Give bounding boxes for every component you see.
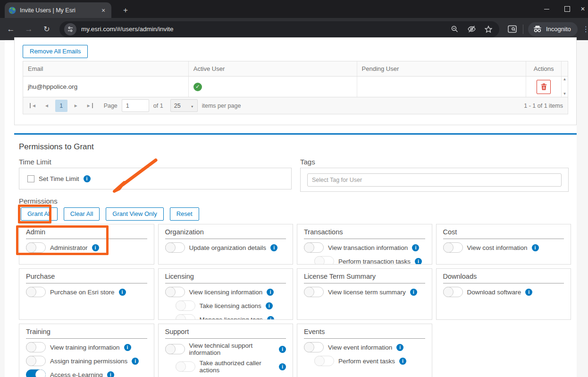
back-icon[interactable] bbox=[4, 22, 18, 36]
address-bar[interactable]: my.esri.com/#/users/admin/invite bbox=[59, 21, 499, 37]
toggle-view-cost-information[interactable] bbox=[443, 242, 463, 253]
pager-last-icon[interactable] bbox=[84, 103, 93, 108]
permission-label: View event information bbox=[328, 344, 392, 351]
browser-tab[interactable]: Invite Users | My Esri bbox=[5, 2, 111, 18]
info-icon[interactable] bbox=[84, 175, 91, 182]
info-icon[interactable] bbox=[525, 289, 532, 296]
info-icon[interactable] bbox=[107, 371, 114, 377]
info-icon[interactable] bbox=[266, 302, 273, 309]
pager-next-icon[interactable] bbox=[72, 103, 80, 108]
toolbar-right: Incognito bbox=[506, 22, 586, 36]
permission-row: View license term summary bbox=[304, 287, 425, 297]
invite-emails-section: Remove All Emails Email Active User Pend… bbox=[14, 37, 577, 125]
browser-window: Invite Users | My Esri my.esri.com/#/use… bbox=[0, 0, 588, 377]
visibility-off-icon[interactable] bbox=[465, 23, 478, 35]
tag-select-input[interactable] bbox=[307, 173, 562, 187]
reload-icon[interactable] bbox=[40, 22, 54, 36]
page-number-input[interactable] bbox=[122, 99, 149, 112]
permission-row: Download software bbox=[443, 287, 564, 297]
permission-row: View transaction information bbox=[304, 242, 425, 253]
remove-all-emails-button[interactable]: Remove All Emails bbox=[23, 45, 88, 58]
info-icon[interactable] bbox=[267, 316, 274, 320]
card-title: Cost bbox=[443, 228, 564, 239]
info-icon[interactable] bbox=[119, 289, 126, 296]
bookmark-star-icon[interactable] bbox=[482, 23, 495, 35]
info-icon[interactable] bbox=[532, 244, 539, 251]
forward-icon[interactable] bbox=[22, 22, 36, 36]
info-icon[interactable] bbox=[270, 244, 277, 251]
toggle-view-transaction-information[interactable] bbox=[304, 242, 324, 253]
set-time-limit-label: Set Time Limit bbox=[39, 175, 79, 182]
permission-card-cost: Cost View cost information bbox=[436, 224, 571, 265]
pager-first-icon[interactable] bbox=[30, 103, 38, 108]
toggle-view-technical-support-information[interactable] bbox=[165, 344, 185, 354]
info-icon[interactable] bbox=[412, 244, 419, 251]
toggle-purchase-on-esri-store[interactable] bbox=[26, 287, 46, 297]
browser-menu-icon[interactable] bbox=[582, 25, 586, 34]
info-icon[interactable] bbox=[279, 346, 286, 353]
scroll-down-icon[interactable] bbox=[563, 92, 567, 96]
card-title: Downloads bbox=[443, 273, 564, 283]
clear-all-button[interactable]: Clear All bbox=[64, 207, 100, 221]
info-icon[interactable] bbox=[132, 358, 139, 365]
email-table-header: Email Active User Pending User Actions bbox=[23, 61, 568, 77]
toggle-knob bbox=[165, 242, 176, 253]
page-of-label: of 1 bbox=[153, 103, 163, 109]
window-minimize-button[interactable] bbox=[536, 0, 557, 18]
permission-label: Perform transaction tasks bbox=[338, 258, 411, 265]
info-icon[interactable] bbox=[399, 358, 406, 365]
delete-email-button[interactable] bbox=[537, 80, 551, 94]
page-size-select[interactable]: 25 bbox=[170, 99, 198, 112]
info-icon[interactable] bbox=[92, 244, 99, 251]
current-page-button[interactable]: 1 bbox=[55, 100, 67, 112]
page-label: Page bbox=[104, 103, 118, 109]
reset-button[interactable]: Reset bbox=[170, 207, 199, 221]
incognito-badge[interactable]: Incognito bbox=[528, 22, 578, 36]
toggle-access-e-learning[interactable] bbox=[26, 369, 46, 377]
toggle-administrator[interactable] bbox=[26, 242, 46, 253]
toggle-take-licensing-actions[interactable] bbox=[176, 300, 195, 311]
info-icon[interactable] bbox=[124, 344, 131, 351]
info-icon[interactable] bbox=[279, 363, 286, 370]
grant-all-button[interactable]: Grant All bbox=[21, 207, 58, 221]
set-time-limit-checkbox[interactable] bbox=[27, 175, 34, 182]
permission-label: Perform event tasks bbox=[338, 358, 395, 365]
toggle-knob bbox=[26, 356, 36, 366]
info-icon[interactable] bbox=[410, 289, 417, 296]
toggle-assign-training-permissions[interactable] bbox=[26, 356, 46, 366]
toggle-update-organization-details[interactable] bbox=[165, 242, 185, 253]
toggle-manage-licensing-tags[interactable] bbox=[176, 314, 195, 320]
url-text[interactable]: my.esri.com/#/users/admin/invite bbox=[81, 26, 444, 33]
toggle-perform-event-tasks[interactable] bbox=[314, 356, 334, 366]
toggle-view-license-term-summary[interactable] bbox=[304, 287, 324, 297]
side-panel-search-icon[interactable] bbox=[506, 23, 518, 35]
new-tab-button[interactable] bbox=[120, 5, 131, 16]
column-header-pending-user: Pending User bbox=[357, 61, 527, 76]
tags-label: Tags bbox=[300, 158, 315, 166]
toggle-perform-transaction-tasks[interactable] bbox=[314, 256, 334, 265]
window-close-button[interactable] bbox=[578, 0, 588, 18]
scroll-up-icon[interactable] bbox=[563, 77, 567, 81]
info-icon[interactable] bbox=[415, 258, 422, 265]
table-scrollbar[interactable] bbox=[562, 77, 568, 97]
permission-row: Purchase on Esri store bbox=[26, 287, 147, 297]
info-icon[interactable] bbox=[396, 344, 403, 351]
info-icon[interactable] bbox=[267, 289, 274, 296]
window-maximize-button[interactable] bbox=[557, 0, 578, 18]
permission-label: Purchase on Esri store bbox=[50, 289, 115, 296]
grant-view-only-button[interactable]: Grant View Only bbox=[106, 207, 163, 221]
time-limit-label: Time Limit bbox=[19, 158, 51, 166]
pager-prev-icon[interactable] bbox=[42, 103, 51, 108]
toggle-knob bbox=[26, 242, 36, 253]
zoom-icon[interactable] bbox=[448, 23, 461, 35]
toggle-view-licensing-information[interactable] bbox=[165, 287, 185, 297]
card-title: Admin bbox=[26, 228, 147, 239]
toggle-download-software[interactable] bbox=[443, 287, 463, 297]
toggle-view-training-information[interactable] bbox=[26, 342, 46, 352]
toggle-view-event-information[interactable] bbox=[304, 342, 324, 352]
toggle-take-authorized-caller-actions[interactable] bbox=[176, 361, 195, 372]
toggle-knob bbox=[176, 314, 186, 320]
permission-row: View training information bbox=[26, 342, 147, 352]
site-settings-icon[interactable] bbox=[64, 23, 76, 35]
tab-close-icon[interactable] bbox=[99, 6, 108, 15]
